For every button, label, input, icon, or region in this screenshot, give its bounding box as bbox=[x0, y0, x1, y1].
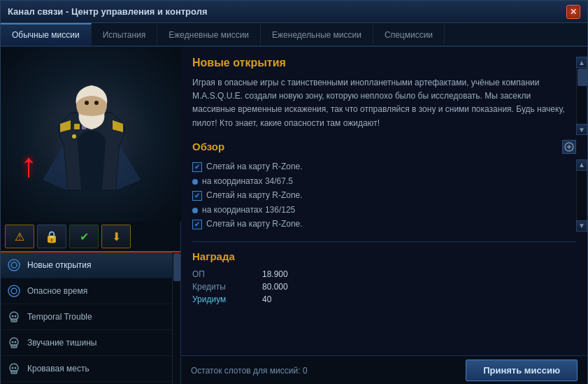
detail-content: ▲ ▼ Новые открытия Играя в опасные игры … bbox=[181, 47, 587, 355]
tab-trials[interactable]: Испытания bbox=[92, 23, 158, 45]
character-figure bbox=[22, 54, 162, 194]
tab-weekly[interactable]: Еженедельные миссии bbox=[261, 23, 373, 45]
window-title: Канал связи - Центр управления и контрол… bbox=[8, 6, 208, 17]
mission-item[interactable]: Новые открытия bbox=[1, 253, 180, 278]
character-image: ↓ bbox=[1, 47, 181, 222]
mission-name: Кровавая месть bbox=[27, 364, 175, 374]
obj-dot bbox=[192, 179, 198, 185]
scroll-track bbox=[576, 68, 587, 124]
svg-point-14 bbox=[15, 315, 17, 318]
objective-text: на координатах 34/67.5 bbox=[202, 176, 293, 186]
objective-text: на координатах 136/125 bbox=[202, 205, 295, 215]
obj-checkbox: ✔ bbox=[192, 220, 202, 229]
right-panel: ▲ ▼ Новые открытия Играя в опасные игры … bbox=[181, 47, 587, 384]
mission-name: Опасное время bbox=[27, 286, 175, 296]
skull-icon bbox=[6, 335, 22, 350]
desc-scrollbar: ▲ ▼ bbox=[576, 57, 587, 135]
tab-normal[interactable]: Обычные миссии bbox=[1, 23, 92, 45]
mission-name: Новые открытия bbox=[27, 260, 175, 270]
mission-icon bbox=[6, 283, 22, 299]
obj-scroll-down[interactable]: ▼ bbox=[576, 220, 587, 232]
scroll-thumb[interactable] bbox=[173, 253, 180, 281]
svg-point-6 bbox=[94, 101, 99, 105]
objective-item: на координатах 34/67.5 bbox=[192, 174, 576, 188]
main-content: ↓ ⚠ 🔒 ✔ ⬇ Новые открытия bbox=[1, 47, 587, 384]
tab-daily[interactable]: Ежедневные миссии bbox=[157, 23, 261, 45]
objective-list: ✔ Слетай на карту R-Zone. на координатах… bbox=[192, 159, 576, 232]
detail-description: Играя в опасные игры с таинственными ино… bbox=[192, 76, 576, 130]
mission-name: Звучание тишины bbox=[27, 338, 175, 348]
overview-header: Обзор bbox=[192, 140, 576, 154]
svg-point-22 bbox=[15, 367, 17, 369]
main-window: Канал связи - Центр управления и контрол… bbox=[0, 0, 588, 384]
lock-button[interactable]: 🔒 bbox=[37, 225, 66, 248]
title-bar: Канал связи - Центр управления и контрол… bbox=[1, 1, 587, 23]
slots-remaining-text: Остаток слотов для миссий: 0 bbox=[191, 366, 308, 376]
objective-item: ✔ Слетай на карту R-Zone. bbox=[192, 159, 576, 174]
mission-item[interactable]: Звучание тишины bbox=[1, 330, 180, 356]
mission-list: Новые открытия Опасное время Temporal Tr… bbox=[1, 253, 180, 384]
objective-item: на координатах 136/125 bbox=[192, 203, 576, 217]
svg-point-3 bbox=[72, 134, 76, 138]
reward-title: Награда bbox=[192, 250, 576, 262]
red-arrow-indicator: ↓ bbox=[20, 153, 37, 187]
overview-title: Обзор bbox=[192, 141, 224, 152]
objective-text: Слетай на карту R-Zone. bbox=[206, 162, 303, 171]
obj-scroll-up[interactable]: ▲ bbox=[576, 159, 587, 171]
action-button-bar: ⚠ 🔒 ✔ ⬇ bbox=[1, 222, 180, 253]
skull-icon bbox=[6, 361, 22, 376]
reward-value-credits: 80.000 bbox=[262, 282, 318, 292]
objective-text: Слетай на карту R-Zone. bbox=[206, 190, 303, 200]
objective-item: ✔ Слетай на карту R-Zone. bbox=[192, 188, 576, 203]
obj-checkbox: ✔ bbox=[192, 162, 202, 172]
obj-dot bbox=[192, 208, 198, 213]
objective-text: Слетай на карту R-Zone. bbox=[206, 219, 303, 229]
reward-value-op: 18.900 bbox=[262, 269, 318, 279]
svg-point-8 bbox=[11, 262, 17, 268]
scroll-down-arrow[interactable]: ▼ bbox=[576, 124, 587, 135]
download-button[interactable]: ⬇ bbox=[101, 225, 131, 248]
list-scrollbar[interactable] bbox=[172, 253, 180, 384]
svg-point-10 bbox=[11, 288, 17, 294]
reward-label-uridium: Уридиум bbox=[192, 294, 262, 304]
svg-point-5 bbox=[85, 101, 89, 105]
tab-special[interactable]: Спецмиссии bbox=[373, 23, 445, 45]
svg-point-9 bbox=[8, 285, 20, 297]
svg-point-17 bbox=[12, 341, 14, 343]
tab-bar: Обычные миссии Испытания Ежедневные мисс… bbox=[1, 23, 587, 47]
overview-icon-btn[interactable] bbox=[562, 140, 576, 154]
reward-label-op: ОП bbox=[192, 269, 262, 279]
obj-scroll-track bbox=[576, 171, 587, 220]
reward-label-credits: Кредиты bbox=[192, 282, 262, 292]
mission-item[interactable]: Кровавая месть bbox=[1, 356, 180, 382]
detail-title: Новые открытия bbox=[192, 57, 576, 69]
skull-icon bbox=[6, 309, 22, 325]
svg-rect-1 bbox=[74, 124, 80, 129]
mission-item[interactable]: Temporal Trouble bbox=[1, 304, 180, 330]
footer: Остаток слотов для миссий: 0 Принять мис… bbox=[181, 355, 587, 384]
mission-icon bbox=[6, 257, 22, 273]
scroll-thumb-desc[interactable] bbox=[578, 69, 587, 86]
svg-point-21 bbox=[12, 367, 14, 369]
mission-name: Temporal Trouble bbox=[27, 312, 175, 322]
obj-checkbox: ✔ bbox=[192, 191, 202, 201]
obj-scrollbar: ▲ ▼ bbox=[576, 159, 587, 232]
svg-point-13 bbox=[12, 315, 14, 318]
svg-point-18 bbox=[15, 341, 17, 343]
reward-grid: ОП 18.900 Кредиты 80.000 Уридиум 40 bbox=[192, 269, 576, 304]
close-button[interactable]: ✕ bbox=[566, 5, 580, 19]
svg-point-7 bbox=[8, 259, 20, 271]
objectives-container: ▲ ▼ ✔ Слетай на карту R-Zone. bbox=[192, 159, 576, 232]
mission-item[interactable]: Опасное время bbox=[1, 278, 180, 304]
reward-value-uridium: 40 bbox=[262, 294, 318, 304]
objective-item: ✔ Слетай на карту R-Zone. bbox=[192, 217, 576, 232]
warning-button[interactable]: ⚠ bbox=[5, 225, 34, 248]
left-panel: ↓ ⚠ 🔒 ✔ ⬇ Новые открытия bbox=[1, 47, 181, 384]
reward-section: Награда ОП 18.900 Кредиты 80.000 Уридиум… bbox=[192, 241, 576, 304]
accept-mission-button[interactable]: Принять миссию bbox=[466, 360, 578, 381]
check-button[interactable]: ✔ bbox=[69, 225, 99, 248]
scroll-up-arrow[interactable]: ▲ bbox=[576, 57, 587, 68]
